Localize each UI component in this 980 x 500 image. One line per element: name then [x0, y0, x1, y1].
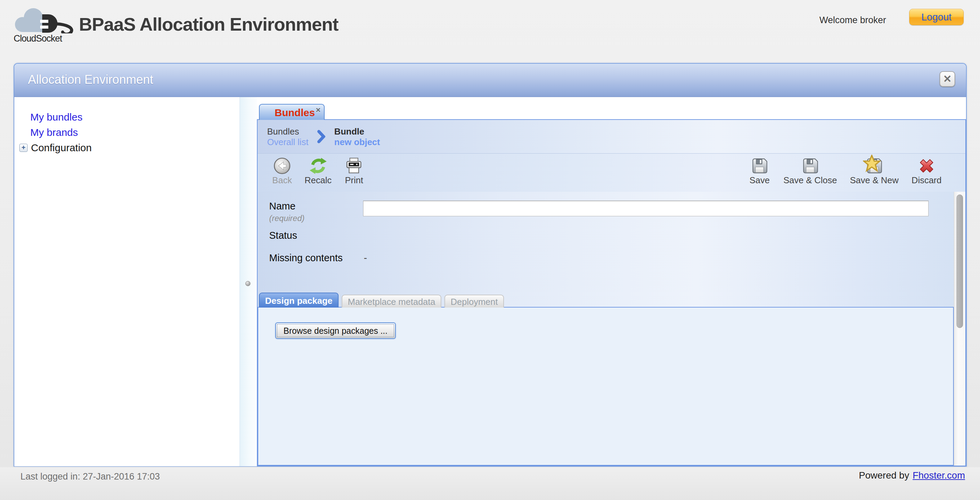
splitter-handle-icon[interactable] [245, 281, 250, 286]
name-required-note: (required) [269, 214, 305, 223]
back-button[interactable]: Back [271, 157, 293, 185]
missing-contents-value: - [364, 252, 367, 264]
last-login-text: Last logged in: 27-Jan-2016 17:03 [21, 471, 160, 482]
cloud-socket-icon [13, 7, 84, 34]
scrollbar-thumb[interactable] [956, 195, 963, 328]
window-title: Allocation Environment [28, 73, 153, 87]
breadcrumb-current-title: Bundle [334, 126, 380, 137]
page-footer: Last logged in: 27-Jan-2016 17:03 Powere… [0, 467, 980, 500]
star-icon [863, 155, 881, 173]
save-close-floppy-icon [801, 157, 819, 175]
powered-by: Powered byFhoster.com [859, 470, 965, 481]
back-icon [273, 157, 291, 175]
breadcrumb-current: Bundle new object [334, 126, 380, 147]
save-and-new-button[interactable]: Save & New [850, 157, 899, 185]
expand-plus-icon[interactable]: + [19, 144, 27, 152]
toolbar: Back Recalc [258, 153, 966, 192]
status-field-label: Status [269, 230, 297, 241]
chevron-right-icon [317, 129, 325, 144]
window-body: My bundles My brands + Configuration Bun… [14, 97, 966, 466]
breadcrumb-parent-title: Bundles [267, 126, 308, 137]
sidebar-item-my-brands[interactable]: My brands [14, 125, 240, 140]
logout-button[interactable]: Logout [909, 9, 964, 25]
sidebar-item-my-bundles[interactable]: My bundles [14, 109, 240, 125]
tab-label: Bundles [275, 107, 315, 118]
breadcrumb-parent: Bundles Overall list [267, 126, 308, 147]
sidebar: My bundles My brands + Configuration [14, 97, 240, 466]
tab-strip: Bundles × [257, 97, 966, 119]
print-button[interactable]: Print [343, 157, 365, 185]
workspace: Bundles × Bundles Overall list Bundle [257, 97, 966, 466]
browse-design-packages-button[interactable]: Browse design packages ... [275, 323, 396, 339]
close-icon: ✕ [943, 73, 951, 85]
tool-label: Save & New [850, 175, 899, 185]
tab-close-icon[interactable]: × [316, 105, 321, 115]
tab-design-package[interactable]: Design package [259, 292, 339, 308]
tool-label: Print [345, 175, 363, 185]
sidebar-item-label: My bundles [30, 111, 82, 123]
recalc-button[interactable]: Recalc [305, 157, 331, 185]
app-header: CloudSocket BPaaS Allocation Environment… [0, 0, 980, 58]
welcome-text: Welcome broker [819, 15, 886, 26]
tab-page-panel: Bundles Overall list Bundle new object [257, 119, 966, 466]
print-icon [345, 157, 363, 175]
breadcrumb: Bundles Overall list Bundle new object [258, 120, 966, 153]
splitter[interactable] [240, 97, 257, 466]
cloudsocket-logo: CloudSocket [13, 7, 84, 51]
allocation-environment-window: Allocation Environment ✕ My bundles My b… [14, 63, 967, 466]
missing-contents-label: Missing contents [269, 252, 343, 264]
sidebar-item-label: My brands [30, 127, 78, 138]
discard-x-icon [918, 157, 935, 175]
tab-deployment[interactable]: Deployment [444, 295, 504, 308]
name-input[interactable] [363, 201, 929, 216]
save-floppy-icon [751, 157, 768, 175]
tool-label: Discard [912, 175, 942, 185]
sidebar-item-label: Configuration [31, 142, 92, 153]
tool-label: Recalc [305, 175, 331, 185]
design-package-panel: Browse design packages ... [258, 307, 954, 466]
toolbar-left-group: Back Recalc [258, 153, 365, 185]
tab-marketplace-metadata[interactable]: Marketplace metadata [342, 295, 441, 308]
tool-label: Save [749, 175, 770, 185]
recalc-refresh-icon [309, 157, 327, 175]
breadcrumb-parent-link[interactable]: Overall list [267, 137, 308, 147]
logo-text: CloudSocket [14, 34, 62, 44]
name-field-label: Name [269, 201, 295, 212]
app-title: BPaaS Allocation Environment [79, 14, 338, 35]
powered-by-text: Powered by [859, 470, 909, 481]
save-and-close-button[interactable]: Save & Close [783, 157, 837, 185]
sidebar-item-configuration[interactable]: + Configuration [14, 140, 240, 155]
window-titlebar: Allocation Environment ✕ [14, 64, 966, 97]
tool-label: Back [272, 175, 292, 185]
window-close-button[interactable]: ✕ [940, 71, 955, 87]
tool-label: Save & Close [783, 175, 837, 185]
form-scroll-area: Name (required) Status Missing contents … [258, 192, 966, 466]
fhoster-link[interactable]: Fhoster.com [913, 470, 965, 481]
discard-button[interactable]: Discard [912, 157, 942, 185]
toolbar-right-group: Save Save & Close [749, 153, 966, 185]
vertical-scrollbar[interactable] [954, 192, 966, 466]
tab-bundles[interactable]: Bundles × [259, 104, 325, 120]
detail-tab-strip: Design package Marketplace metadata Depl… [259, 293, 504, 308]
breadcrumb-current-subtitle: new object [334, 137, 380, 147]
save-new-floppy-star-icon [865, 157, 883, 175]
save-button[interactable]: Save [749, 157, 770, 185]
